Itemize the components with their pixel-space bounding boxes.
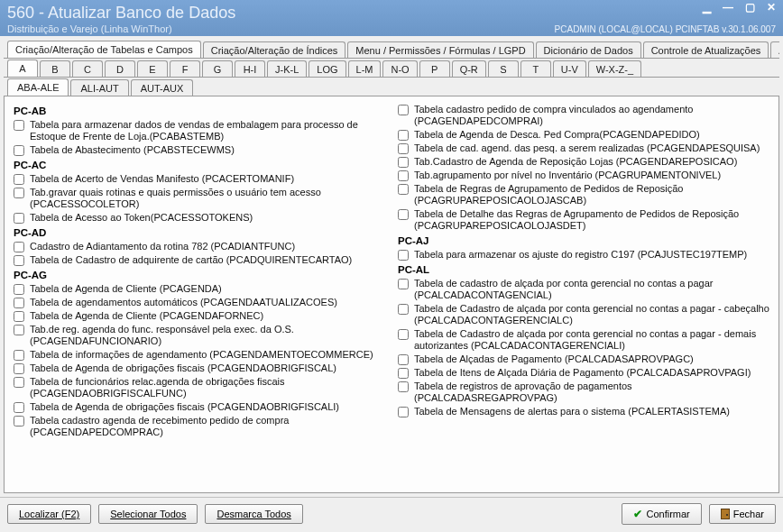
option-label[interactable]: Tabela de Mensagens de alertas para o si… (414, 406, 730, 417)
option-checkbox[interactable] (14, 377, 24, 388)
option-checkbox[interactable] (14, 242, 24, 252)
option-label[interactable]: Tabela de Alçadas de Pagamento (PCALCADA… (414, 353, 694, 365)
option-checkbox[interactable] (398, 143, 409, 154)
option-checkbox[interactable] (398, 304, 409, 315)
sub-tab[interactable]: AUT-AUX (131, 79, 194, 96)
option-label[interactable]: Tab.Cadastro de Agenda de Reposição Loja… (414, 156, 737, 168)
option-checkbox[interactable] (398, 209, 409, 220)
main-tab[interactable]: Controle de Atualizações (643, 41, 769, 59)
alpha-tab[interactable]: U-V (553, 60, 586, 78)
option-checkbox[interactable] (14, 350, 24, 361)
alpha-tab[interactable]: A (7, 60, 38, 78)
localizar-button[interactable]: Localizar (F2) (7, 504, 91, 524)
option-checkbox[interactable] (14, 402, 24, 413)
option-checkbox[interactable] (398, 381, 409, 392)
main-tab[interactable]: Dicionário de Dados (536, 41, 641, 59)
option-checkbox[interactable] (14, 284, 24, 295)
alpha-tab[interactable]: G (202, 60, 233, 78)
alpha-tab[interactable]: S (488, 60, 519, 78)
option-label[interactable]: Tab.gravar quais rotinas e quais permiss… (30, 187, 385, 210)
option-label[interactable]: Tabela de Cadastro de alçada por conta g… (414, 328, 769, 352)
close-icon[interactable]: ✕ (763, 2, 779, 14)
sub-tab[interactable]: ALI-AUT (70, 79, 128, 96)
main-tab[interactable]: Criação/Alteração de Tabelas e Campos (7, 41, 201, 59)
option-checkbox[interactable] (398, 329, 409, 340)
selecionar-todos-button[interactable]: Selecionar Todos (98, 504, 198, 524)
option-label[interactable]: Tabela de registros de aprovação de paga… (414, 381, 769, 404)
option-label[interactable]: Tabela de Detalhe das Regras de Agrupame… (414, 208, 769, 232)
alpha-tab[interactable]: L-M (348, 60, 382, 78)
restore-icon[interactable]: — (720, 2, 736, 14)
alpha-tab[interactable]: Q-R (452, 60, 486, 78)
option-label[interactable]: Tabela de Acerto de Vendas Manifesto (PC… (30, 173, 294, 185)
option-checkbox[interactable] (398, 157, 409, 168)
confirmar-button[interactable]: ✔Confirmar (622, 503, 701, 525)
group-header: PC-AB (14, 105, 385, 116)
option-label[interactable]: Tabela para armazenar os ajuste do regis… (414, 249, 747, 261)
alpha-tab[interactable]: F (170, 60, 200, 78)
option-label[interactable]: Tabela de Abastecimento (PCABSTECEWMS) (30, 144, 235, 156)
option-label[interactable]: Tabela de Acesso ao Token(PCACESSOTOKENS… (30, 212, 253, 224)
option-checkbox[interactable] (398, 368, 409, 379)
alpha-tab[interactable]: T (520, 60, 551, 78)
option-checkbox[interactable] (398, 184, 409, 195)
option-label[interactable]: Tab.agrupamento por nível no Inventário … (414, 170, 721, 181)
option-label[interactable]: Tabela de Cadastro de adquirente de cart… (30, 254, 352, 266)
minimize-icon[interactable]: ▁ (698, 2, 714, 14)
option-checkbox[interactable] (14, 213, 24, 224)
option-checkbox[interactable] (398, 105, 409, 115)
option-label[interactable]: Tabela de Agenda de Desca. Ped Compra(PC… (414, 129, 700, 141)
option-label[interactable]: Tabela de Agenda de obrigações fiscais (… (30, 362, 336, 374)
option-label[interactable]: Tabela de Agenda de Cliente (PCAGENDA) (30, 283, 222, 295)
option-checkbox[interactable] (14, 363, 24, 374)
option-checkbox[interactable] (14, 174, 24, 185)
alpha-tab[interactable]: E (137, 60, 168, 78)
option-checkbox[interactable] (398, 170, 409, 181)
main-tab[interactable]: Andame (770, 41, 779, 59)
option-checkbox[interactable] (14, 325, 24, 335)
option-checkbox[interactable] (14, 255, 24, 266)
option-checkbox[interactable] (398, 250, 409, 261)
option-label[interactable]: Tabela cadastro agenda de recebimento pe… (30, 415, 385, 438)
table-option-row: Tabela cadastro pedido de compra vincula… (398, 104, 769, 127)
alpha-tab[interactable]: B (40, 60, 70, 78)
alpha-tab[interactable]: P (419, 60, 450, 78)
sub-tab[interactable]: ABA-ALE (7, 78, 69, 96)
option-label[interactable]: Tabela de agendamentos automáticos (PCAG… (30, 297, 337, 308)
option-checkbox[interactable] (398, 279, 409, 289)
option-label[interactable]: Tabela de cadastro de alçada por conta g… (414, 278, 769, 301)
alpha-tab[interactable]: H-I (235, 60, 265, 78)
alpha-tab[interactable]: C (72, 60, 103, 78)
alpha-tab[interactable]: D (105, 60, 135, 78)
option-label[interactable]: Tabela de Cadastro de alçada por conta g… (414, 303, 769, 326)
option-label[interactable]: Tabela de Agenda de Cliente (PCAGENDAFOR… (30, 310, 263, 322)
option-label[interactable]: Tabela de informações de agendamento (PC… (30, 349, 373, 361)
option-label[interactable]: Tabela de Itens de Alçada Diária de Paga… (414, 367, 751, 379)
alpha-tab[interactable]: LOG (309, 60, 345, 78)
alpha-tab[interactable]: W-X-Z-_ (588, 60, 641, 78)
option-checkbox[interactable] (14, 298, 24, 308)
option-label[interactable]: Tabela de Agenda de obrigações fiscais (… (30, 401, 339, 413)
main-tab[interactable]: Menu / Permissões / Fórmulas / LGPD (347, 41, 533, 59)
option-label[interactable]: Tabela para armazenar dados de vendas de… (30, 119, 385, 142)
alpha-tab[interactable]: J-K-L (267, 60, 307, 78)
option-checkbox[interactable] (14, 120, 24, 131)
option-label[interactable]: Tabela cadastro pedido de compra vincula… (414, 104, 769, 127)
option-label[interactable]: Tabela de funcionários relac.agenda de o… (30, 376, 385, 399)
option-checkbox[interactable] (14, 145, 24, 156)
option-label[interactable]: Tabela de Regras de Agrupamento de Pedid… (414, 183, 769, 206)
option-checkbox[interactable] (14, 188, 24, 198)
option-label[interactable]: Tabela de cad. agend. das pesq. a serem … (414, 142, 760, 154)
desmarca-todos-button[interactable]: Desmarca Todos (205, 504, 302, 524)
option-checkbox[interactable] (14, 311, 24, 322)
maximize-icon[interactable]: ▢ (742, 2, 758, 14)
main-tab[interactable]: Criação/Alteração de Índices (203, 41, 346, 59)
option-checkbox[interactable] (14, 416, 24, 427)
option-label[interactable]: Cadastro de Adiantamento da rotina 782 (… (30, 241, 295, 252)
option-checkbox[interactable] (398, 407, 409, 417)
fechar-button[interactable]: Fechar (709, 504, 776, 524)
option-checkbox[interactable] (398, 354, 409, 365)
option-checkbox[interactable] (398, 130, 409, 141)
alpha-tab[interactable]: N-O (382, 60, 417, 78)
option-label[interactable]: Tab.de reg. agenda do func. responsável … (30, 324, 385, 347)
